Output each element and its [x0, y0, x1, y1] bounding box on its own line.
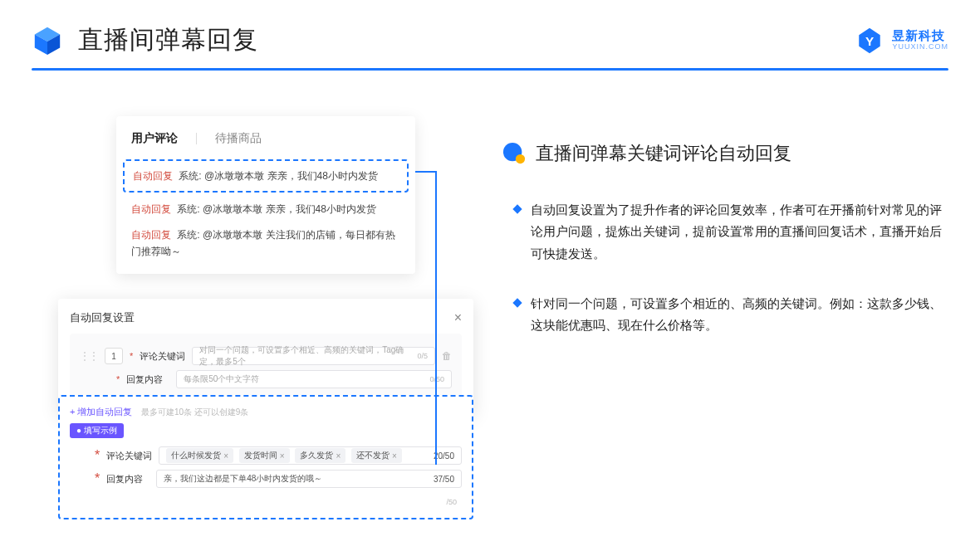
example-content-value: 亲，我们这边都是下单48小时内发货的哦～ — [164, 473, 322, 485]
comments-panel: 用户评论 待播商品 自动回复 系统: @冰墩墩本墩 亲亲，我们48小时内发货 自… — [116, 116, 415, 274]
brand-logo-block: Y 昱新科技 YUUXIN.COM — [855, 27, 948, 55]
example-pill: ● 填写示例 — [70, 423, 124, 438]
cube-icon — [32, 25, 63, 56]
bullet-item: 自动回复设置为了提升作者的评论回复效率，作者可在开播前针对常见的评论用户问题，提… — [531, 199, 943, 265]
svg-text:Y: Y — [865, 33, 874, 47]
keyword-label: 评论关键词 — [140, 350, 185, 363]
add-hint: 最多可建10条 还可以创建9条 — [141, 407, 248, 417]
required-marker: * — [95, 448, 100, 463]
tab-pending-goods[interactable]: 待播商品 — [215, 131, 262, 146]
auto-reply-tag: 自动回复 — [131, 229, 171, 241]
keyword-tag[interactable]: 还不发货× — [351, 448, 402, 463]
keyword-placeholder: 对同一个问题，可设置多个相近、高频的关键词，Tag确定，最多5个 — [199, 344, 417, 368]
keyword-tag[interactable]: 发货时间× — [239, 448, 290, 463]
brand-name-cn: 昱新科技 — [892, 29, 948, 43]
keyword-input[interactable]: 对同一个问题，可设置多个相近、高频的关键词，Tag确定，最多5个 0/5 — [192, 347, 435, 365]
chat-bubble-icon — [502, 142, 526, 165]
comment-text: 系统: @冰墩墩本墩 亲亲，我们48小时内发货 — [177, 203, 376, 215]
bullet-item: 针对同一个问题，可设置多个相近的、高频的关键词。例如：这款多少钱、这块能优惠吗、… — [531, 293, 943, 337]
keyword-count: 0/5 — [417, 352, 428, 360]
content-count: 0/50 — [429, 375, 444, 383]
tab-user-comments[interactable]: 用户评论 — [131, 131, 178, 146]
keyword-tag[interactable]: 多久发货× — [295, 448, 345, 463]
example-content-count: 37/50 — [434, 475, 454, 484]
drag-handle-icon[interactable]: ⋮⋮ — [80, 350, 98, 362]
tab-separator — [196, 133, 197, 144]
outer-count: /50 — [446, 498, 457, 506]
example-content-input[interactable]: 亲，我们这边都是下单48小时内发货的哦～ 37/50 — [156, 470, 462, 488]
comment-text: 系统: @冰墩墩本墩 亲亲，我们48小时内发货 — [179, 170, 378, 182]
rule-index: 1 — [105, 348, 123, 364]
example-kw-label: 评论关键词 — [106, 450, 152, 462]
settings-title: 自动回复设置 — [70, 310, 135, 325]
page-title: 直播间弹幕回复 — [78, 23, 258, 57]
example-kw-count: 20/50 — [434, 451, 454, 461]
auto-reply-tag: 自动回复 — [131, 203, 171, 215]
svg-point-5 — [516, 154, 525, 163]
brand-name-en: YUUXIN.COM — [892, 43, 948, 51]
required-marker: * — [116, 374, 120, 384]
auto-reply-tag: 自动回复 — [133, 170, 173, 182]
example-keyword-input[interactable]: 什么时候发货× 发货时间× 多久发货× 还不发货× 20/50 — [159, 446, 462, 465]
comment-row: 自动回复 系统: @冰墩墩本墩 关注我们的店铺，每日都有热门推荐呦～ — [131, 227, 400, 261]
required-marker: * — [95, 471, 100, 486]
content-placeholder: 每条限50个中文字符 — [184, 373, 259, 385]
example-block: + 增加自动回复 最多可建10条 还可以创建9条 ● 填写示例 * 评论关键词 … — [58, 395, 473, 519]
keyword-tag[interactable]: 什么时候发货× — [166, 448, 233, 463]
header-divider — [32, 68, 948, 71]
section-subtitle: 直播间弹幕关键词评论自动回复 — [536, 141, 791, 166]
reply-content-input[interactable]: 每条限50个中文字符 0/50 — [176, 370, 452, 388]
required-marker: * — [130, 351, 133, 361]
comment-row: 自动回复 系统: @冰墩墩本墩 亲亲，我们48小时内发货 — [131, 201, 400, 217]
brand-logo-icon: Y — [855, 27, 884, 55]
example-content-label: 回复内容 — [106, 473, 149, 485]
close-icon[interactable]: × — [454, 310, 462, 325]
delete-icon[interactable]: 🗑 — [442, 350, 452, 362]
comment-row-highlighted: 自动回复 系统: @冰墩墩本墩 亲亲，我们48小时内发货 — [123, 159, 409, 193]
content-label: 回复内容 — [126, 373, 169, 386]
add-auto-reply-link[interactable]: + 增加自动回复 — [70, 407, 132, 417]
